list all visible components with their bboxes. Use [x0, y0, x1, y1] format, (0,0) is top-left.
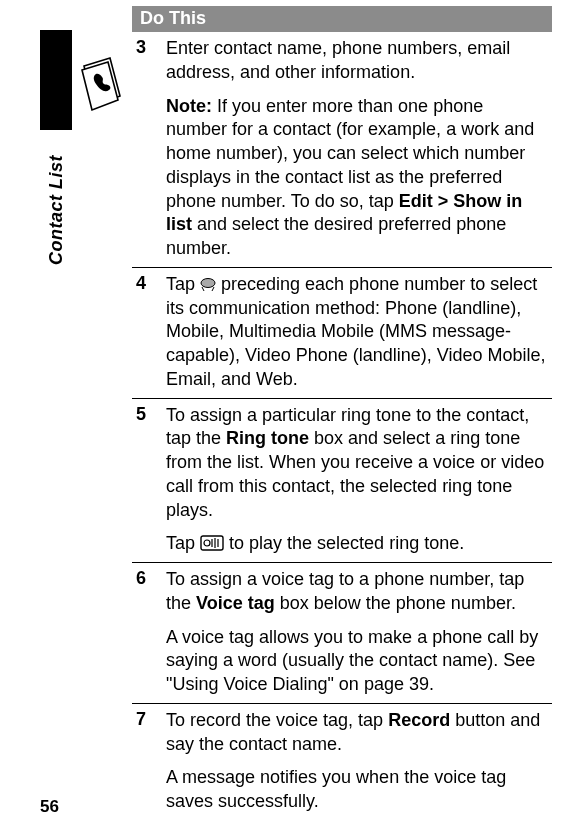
step-row: 4 Tap preceding each phone number to sel… [132, 268, 552, 399]
step-text: To assign a particular ring tone to the … [166, 404, 548, 557]
step-number: 4 [136, 273, 166, 392]
tab-label: Contact List [46, 155, 67, 265]
section-tab: Contact List [40, 130, 72, 290]
step-number: 3 [136, 37, 166, 261]
table-header: Do This [132, 6, 552, 32]
step-text: Enter contact name, phone numbers, email… [166, 37, 548, 261]
step-note: Note: If you enter more than one phone n… [166, 95, 548, 261]
step-text: To assign a voice tag to a phone number,… [166, 568, 548, 697]
step-text: To record the voice tag, tap Record butt… [166, 709, 548, 814]
step-text: Tap preceding each phone number to selec… [166, 273, 548, 392]
play-rington-icon [200, 535, 224, 551]
svg-point-2 [201, 278, 215, 287]
page-number: 56 [40, 797, 59, 817]
phone-type-icon [200, 278, 216, 292]
content-table: Do This 3 Enter contact name, phone numb… [132, 6, 552, 820]
step-row: 5 To assign a particular ring tone to th… [132, 399, 552, 564]
step-number: 6 [136, 568, 166, 697]
step-intro: Enter contact name, phone numbers, email… [166, 37, 548, 85]
phone-book-icon [80, 56, 122, 114]
step-number: 5 [136, 404, 166, 557]
side-black-block [40, 30, 72, 135]
step-row: 3 Enter contact name, phone numbers, ema… [132, 32, 552, 268]
step-row: 6 To assign a voice tag to a phone numbe… [132, 563, 552, 704]
step-row: 7 To record the voice tag, tap Record bu… [132, 704, 552, 820]
step-number: 7 [136, 709, 166, 814]
